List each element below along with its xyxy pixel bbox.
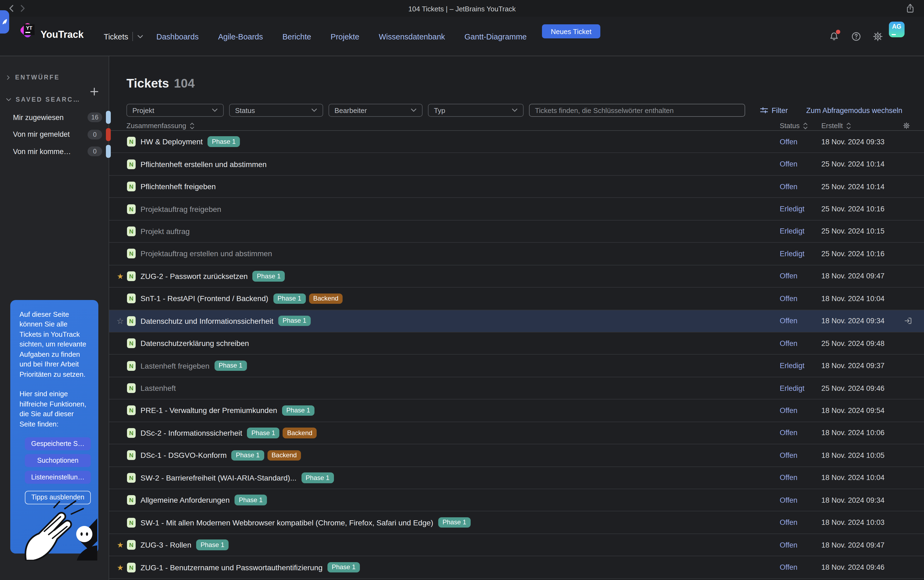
star-icon[interactable]: ★ [113,496,127,504]
ticket-row[interactable]: ★ N Datenschutzerklärung schreiben Offen… [109,333,924,355]
column-status[interactable]: Status [780,122,821,130]
ticket-row[interactable]: ★ N SnT-1 - RestAPI (Frontend / Backend)… [109,288,924,310]
feather-edge-tab[interactable] [0,10,9,33]
chevron-right-icon[interactable] [6,75,11,80]
settings-gear-icon[interactable] [872,31,883,42]
sidebar-section-drafts[interactable]: ENTWÜRFE [0,71,109,84]
ticket-title[interactable]: PRE-1 - Verwaltung der Premiumkunden [140,406,277,415]
sidebar-saved-search-item[interactable]: Von mir gemeldet 0 [0,127,109,141]
column-summary[interactable]: Zusammenfassung [127,122,194,130]
sidebar-saved-search-item[interactable]: Mir zugewiesen 16 [0,110,109,124]
ticket-tag[interactable]: Phase 1 [196,540,229,550]
ticket-tag[interactable]: Phase 1 [247,428,280,438]
nav-item-dashboards[interactable]: Dashboards [156,32,199,41]
ticket-row[interactable]: ★ N ZUG-1 - Benutzername und Passwortaut… [109,557,924,579]
nav-item-agile-boards[interactable]: Agile-Boards [218,32,263,41]
star-icon[interactable]: ★ [113,428,127,437]
star-icon[interactable]: ☆ [113,316,127,326]
star-icon[interactable]: ★ [113,160,127,168]
product-name[interactable]: YouTrack [41,29,84,41]
ticket-tag[interactable]: Phase 1 [278,316,311,326]
ticket-title[interactable]: SnT-1 - RestAPI (Frontend / Backend) [140,294,268,303]
sidebar-section-saved-searches[interactable]: SAVED SEARC… [0,93,109,106]
nav-item-wissensdatenbank[interactable]: Wissensdatenbank [379,32,445,41]
forward-icon[interactable] [18,4,27,13]
ticket-tag[interactable]: Phase 1 [301,473,334,483]
star-icon[interactable]: ★ [113,249,127,258]
ticket-tag[interactable]: Phase 1 [273,293,306,304]
share-icon[interactable] [904,3,916,14]
ticket-tag[interactable]: Phase 1 [235,495,267,506]
nav-item-projekte[interactable]: Projekte [331,32,359,41]
dismiss-tips-button[interactable]: Tipps ausblenden [25,491,91,504]
star-icon[interactable]: ★ [113,406,127,415]
tooltip-feature-button[interactable]: Listeneinstellun… [25,471,91,484]
table-settings-gear-icon[interactable] [903,122,924,130]
ticket-row[interactable]: ★ N Lastenheft Erledigt 25 Nov. 2024 09:… [109,377,924,400]
ticket-title[interactable]: HW & Deployment [140,137,203,146]
ticket-tag[interactable]: Phase 1 [207,137,240,147]
ticket-title[interactable]: ZUG-1 - Benutzername und Passwortauthent… [140,563,322,572]
sort-icon[interactable] [846,122,851,129]
star-icon[interactable]: ★ [113,294,127,303]
ticket-title[interactable]: ZUG-3 - Rollen [140,540,191,549]
youtrack-logo-icon[interactable]: YT [20,22,36,38]
star-icon[interactable]: ★ [113,473,127,482]
ticket-title[interactable]: Pflichtenheft erstellen und abstimmen [140,160,267,168]
search-input[interactable] [529,104,745,117]
star-icon[interactable]: ★ [113,361,127,370]
star-icon[interactable]: ★ [113,204,127,213]
ticket-title[interactable]: Lastenheft [140,384,176,392]
star-icon[interactable]: ★ [113,563,127,572]
nav-item-gantt-diagramme[interactable]: Gantt-Diagramme [464,32,526,41]
ticket-title[interactable]: Pflichtenheft freigeben [140,182,216,191]
nav-item-tickets[interactable]: Tickets [104,32,143,41]
star-icon[interactable]: ★ [113,518,127,527]
ticket-tag[interactable]: Backend [267,450,301,461]
open-ticket-action[interactable] [903,316,924,325]
sidebar-saved-search-item[interactable]: Von mir komme… 0 [0,144,109,158]
ticket-tag[interactable]: Phase 1 [327,562,360,573]
ticket-row[interactable]: ★ N Lastenheft freigeben Phase 1 Erledig… [109,355,924,377]
ticket-row[interactable]: ★ N Pflichtenheft freigeben Offen 25 Nov… [109,176,924,198]
ticket-row[interactable]: ★ N Allgemeine Anforderungen Phase 1 Off… [109,489,924,512]
ticket-title[interactable]: SW-2 - Barrierefreiheit (WAI-ARIA-Standa… [140,473,296,482]
ticket-tag[interactable]: Phase 1 [232,450,264,461]
ticket-tag[interactable]: Phase 1 [438,517,471,528]
ticket-title[interactable]: Lastenheft freigeben [140,361,209,370]
tooltip-feature-button[interactable]: Gespeicherte S… [25,437,91,450]
nav-item-berichte[interactable]: Berichte [282,32,311,41]
ticket-title[interactable]: Allgemeine Anforderungen [140,496,230,504]
ticket-title[interactable]: Projektauftrag freigeben [140,204,221,213]
ticket-row[interactable]: ★ N DSc-2 - Informationssicherheit Phase… [109,422,924,444]
ticket-row[interactable]: ★ N Projekt auftrag Erledigt 25 Nov. 202… [109,221,924,243]
ticket-row[interactable]: ★ N ZUG-2 - Passwort zurücksetzen Phase … [109,265,924,288]
ticket-title[interactable]: Datenschutz und Informationssicherheit [140,316,273,325]
ticket-row[interactable]: ☆ N Datenschutz und Informationssicherhe… [109,310,924,333]
tooltip-feature-button[interactable]: Suchoptionen [25,454,91,467]
ticket-title[interactable]: Datenschutzerklärung schreiben [140,339,249,348]
help-icon[interactable] [850,31,862,42]
avatar[interactable]: AG [889,21,904,37]
ticket-title[interactable]: DSc-2 - Informationssicherheit [140,428,242,437]
chevron-down-icon[interactable] [138,34,143,39]
ticket-tag[interactable]: Phase 1 [214,361,247,371]
star-icon[interactable]: ★ [113,137,127,146]
back-icon[interactable] [7,4,16,13]
star-icon[interactable]: ★ [113,339,127,348]
star-icon[interactable]: ★ [113,540,127,549]
ticket-tag[interactable]: Phase 1 [253,271,285,281]
filter-dropdown-typ[interactable]: Typ [428,104,524,117]
ticket-tag[interactable]: Phase 1 [282,405,314,416]
ticket-title[interactable]: SW-1 - Mit allen Modernen Webbrowser kom… [140,518,433,527]
ticket-row[interactable]: ★ N Projektauftrag freigeben Erledigt 25… [109,198,924,221]
ticket-tag[interactable]: Backend [309,293,343,304]
chevron-down-icon[interactable] [6,97,12,101]
star-icon[interactable]: ★ [113,227,127,236]
ticket-title[interactable]: Projekt auftrag [140,227,190,236]
ticket-row[interactable]: ★ N DSc-1 - DSGVO-Konform Phase 1Backend… [109,444,924,467]
column-created[interactable]: Erstellt [821,122,903,130]
sort-icon[interactable] [803,122,808,129]
ticket-row[interactable]: ★ N HW & Deployment Phase 1 Offen 18 Nov… [109,131,924,153]
star-icon[interactable]: ★ [113,384,127,392]
